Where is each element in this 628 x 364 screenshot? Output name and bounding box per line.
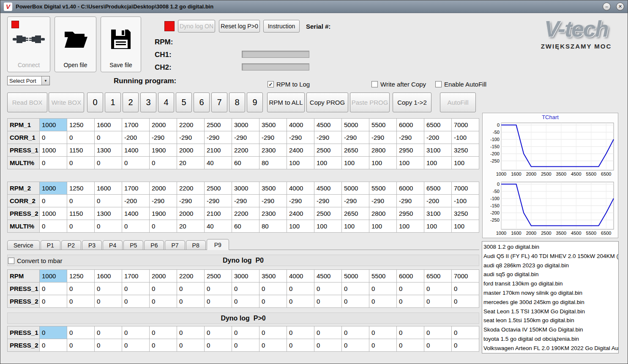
cell-corr_1-13[interactable]: -290 [397, 131, 424, 144]
cell-corr_1-4[interactable]: -290 [150, 131, 177, 144]
cell-press_1-2[interactable]: 0 [95, 283, 122, 295]
cell-rpm-14[interactable]: 6500 [424, 270, 452, 283]
cell-press_2-8[interactable]: 0 [259, 339, 287, 352]
cell-press_1-4[interactable]: 0 [150, 283, 177, 295]
cell-press_1-10[interactable]: 0 [314, 283, 342, 295]
cell-press_1-3[interactable]: 0 [122, 326, 150, 339]
dyno-log-button[interactable]: Dyno log ON [178, 20, 215, 33]
cell-multi-13[interactable]: 100 [397, 220, 424, 233]
write-after-copy-checkbox[interactable]: Write after Copy [371, 81, 426, 88]
cell-corr_1-15[interactable]: -100 [452, 131, 479, 144]
cell-press_1-15[interactable]: 0 [452, 283, 479, 295]
tab-p7[interactable]: P7 [165, 240, 185, 250]
program-button-0[interactable]: 0 [87, 92, 103, 112]
cell-multi-8[interactable]: 80 [259, 220, 287, 233]
cell-press_1-0[interactable]: 0 [40, 283, 67, 295]
cell-press_2-12[interactable]: 0 [369, 339, 397, 352]
cell-rpm-5[interactable]: 2200 [177, 270, 205, 283]
cell-rpm-12[interactable]: 5500 [369, 270, 397, 283]
cell-rpm_2-10[interactable]: 4500 [314, 182, 342, 195]
cell-rpm-7[interactable]: 3000 [232, 270, 259, 283]
cell-press_1-14[interactable]: 0 [424, 326, 452, 339]
list-item[interactable]: master 170km nowy silnik go digital.bin [483, 288, 617, 298]
cell-press_2-12[interactable]: 2800 [369, 207, 397, 220]
cell-press_1-10[interactable]: 0 [314, 326, 342, 339]
cell-rpm_2-11[interactable]: 5000 [342, 182, 369, 195]
cell-press_1-6[interactable]: 0 [205, 283, 232, 295]
cell-rpm_1-1[interactable]: 1250 [67, 119, 95, 131]
cell-press_2-6[interactable]: 0 [205, 295, 232, 308]
cell-press_2-0[interactable]: 0 [40, 339, 67, 352]
cell-rpm_1-14[interactable]: 6500 [424, 119, 452, 131]
cell-multi-12[interactable]: 100 [369, 220, 397, 233]
cell-corr_1-5[interactable]: -290 [177, 131, 205, 144]
cell-corr_2-13[interactable]: -290 [397, 195, 424, 207]
cell-multi-1[interactable]: 0 [67, 220, 95, 233]
cell-press_2-0[interactable]: 1000 [40, 207, 67, 220]
cell-multi-5[interactable]: 20 [177, 157, 205, 169]
list-item[interactable]: Volkswagen Arteon FL 2.0 190KM 2022 Go D… [483, 344, 617, 353]
cell-press_2-3[interactable]: 0 [122, 295, 150, 308]
cell-press_1-8[interactable]: 2300 [259, 144, 287, 157]
cell-press_2-14[interactable]: 0 [424, 295, 452, 308]
program-button-3[interactable]: 3 [140, 92, 156, 112]
cell-rpm-10[interactable]: 4500 [314, 270, 342, 283]
cell-multi-3[interactable]: 0 [122, 220, 150, 233]
cell-multi-0[interactable]: 0 [40, 157, 67, 169]
cell-corr_1-7[interactable]: -290 [232, 131, 259, 144]
cell-rpm-1[interactable]: 1250 [67, 270, 95, 283]
cell-press_1-12[interactable]: 0 [369, 326, 397, 339]
cell-multi-1[interactable]: 0 [67, 157, 95, 169]
cell-press_1-6[interactable]: 2100 [205, 144, 232, 157]
cell-rpm-13[interactable]: 6000 [397, 270, 424, 283]
cell-rpm-9[interactable]: 4000 [287, 270, 314, 283]
cell-press_2-15[interactable]: 0 [452, 339, 479, 352]
cell-rpm_1-8[interactable]: 3500 [259, 119, 287, 131]
cell-press_1-9[interactable]: 0 [287, 326, 314, 339]
cell-press_1-12[interactable]: 2800 [369, 144, 397, 157]
cell-press_1-2[interactable]: 1300 [95, 144, 122, 157]
cell-press_2-2[interactable]: 0 [95, 295, 122, 308]
cell-press_1-5[interactable]: 2000 [177, 144, 205, 157]
cell-corr_1-10[interactable]: -290 [314, 131, 342, 144]
cell-multi-7[interactable]: 60 [232, 220, 259, 233]
cell-press_2-6[interactable]: 0 [205, 339, 232, 352]
cell-press_1-10[interactable]: 2500 [314, 144, 342, 157]
cell-corr_2-0[interactable]: 0 [40, 195, 67, 207]
program-button-2[interactable]: 2 [123, 92, 139, 112]
cell-multi-10[interactable]: 100 [314, 220, 342, 233]
cell-multi-12[interactable]: 100 [369, 157, 397, 169]
write-box-button[interactable]: Write BOX [49, 92, 84, 112]
cell-multi-4[interactable]: 0 [150, 220, 177, 233]
cell-press_2-3[interactable]: 1400 [122, 207, 150, 220]
list-item[interactable]: ford transit 130km go digital.bin [483, 279, 617, 288]
tab-p3[interactable]: P3 [82, 240, 102, 250]
cell-press_2-0[interactable]: 0 [40, 295, 67, 308]
cell-press_1-14[interactable]: 3100 [424, 144, 452, 157]
cell-press_2-2[interactable]: 1300 [95, 207, 122, 220]
cell-press_2-10[interactable]: 0 [314, 339, 342, 352]
cell-rpm_2-9[interactable]: 4000 [287, 182, 314, 195]
cell-corr_1-14[interactable]: -200 [424, 131, 452, 144]
program-button-7[interactable]: 7 [211, 92, 227, 112]
cell-rpm_1-2[interactable]: 1600 [95, 119, 122, 131]
cell-press_2-10[interactable]: 2500 [314, 207, 342, 220]
reset-log-button[interactable]: Reset log P>0 [219, 20, 260, 33]
cell-press_1-1[interactable]: 0 [67, 283, 95, 295]
cell-multi-15[interactable]: 100 [452, 157, 479, 169]
cell-multi-4[interactable]: 0 [150, 157, 177, 169]
cell-press_1-1[interactable]: 1150 [67, 144, 95, 157]
cell-corr_1-12[interactable]: -290 [369, 131, 397, 144]
cell-press_2-8[interactable]: 2300 [259, 207, 287, 220]
open-file-button[interactable]: Open file [55, 16, 96, 72]
cell-corr_1-2[interactable]: 0 [95, 131, 122, 144]
cell-press_2-6[interactable]: 2100 [205, 207, 232, 220]
cell-multi-13[interactable]: 100 [397, 157, 424, 169]
cell-rpm-8[interactable]: 3500 [259, 270, 287, 283]
cell-press_2-9[interactable]: 2400 [287, 207, 314, 220]
cell-press_1-7[interactable]: 0 [232, 326, 259, 339]
cell-multi-0[interactable]: 0 [40, 220, 67, 233]
cell-press_1-4[interactable]: 1900 [150, 144, 177, 157]
cell-rpm_2-12[interactable]: 5500 [369, 182, 397, 195]
cell-press_1-11[interactable]: 0 [342, 326, 369, 339]
